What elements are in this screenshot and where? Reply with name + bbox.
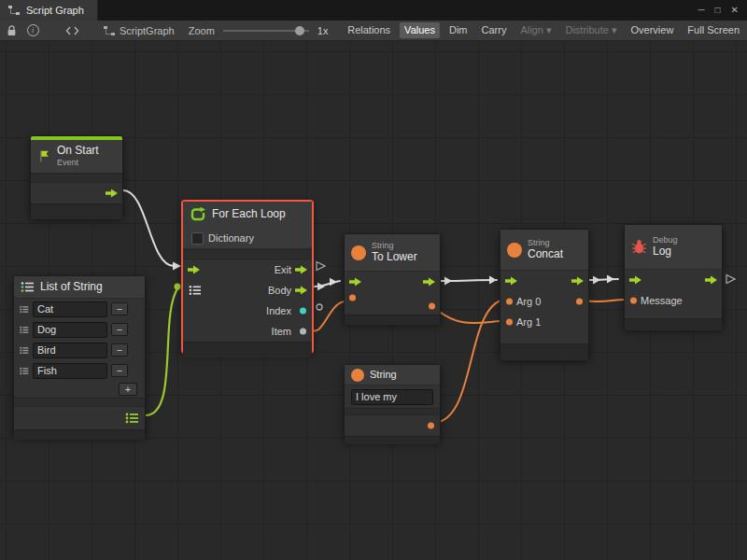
breadcrumb[interactable]: ScriptGraph: [103, 25, 175, 36]
wire-list-to-foreach[interactable]: [146, 287, 178, 415]
node-header: Debug Log: [625, 225, 722, 270]
zoom-slider-thumb[interactable]: [295, 26, 304, 35]
wire-arrowhead: [173, 262, 181, 271]
dictionary-checkbox[interactable]: [191, 232, 204, 245]
align-dropdown[interactable]: Align ▾: [515, 22, 556, 38]
chevron-down-icon: ▾: [546, 24, 552, 35]
index-port-marker[interactable]: [317, 304, 322, 310]
node-header: For Each Loop: [183, 202, 312, 228]
graph-canvas[interactable]: On Start Event List of String: [0, 41, 747, 560]
wire-tolower-to-arg1[interactable]: [437, 310, 500, 323]
zoom-label: Zoom: [189, 25, 215, 36]
distribute-label: Distribute: [565, 24, 608, 35]
port-row-index: Index: [183, 301, 312, 321]
dim-button[interactable]: Dim: [444, 22, 472, 38]
node-log[interactable]: Debug Log Message: [624, 224, 723, 329]
message-row: Message: [625, 290, 722, 311]
node-footer: [183, 342, 312, 357]
index-out-port[interactable]: [300, 308, 306, 315]
flow-in-port[interactable]: [349, 277, 361, 287]
value-in-port[interactable]: [349, 295, 356, 301]
log-exit-port-marker[interactable]: [726, 275, 735, 284]
wire-item-to-tolower[interactable]: [309, 301, 345, 331]
remove-item-button[interactable]: −: [111, 302, 128, 315]
remove-item-button[interactable]: −: [111, 343, 128, 357]
item-port-label: Item: [272, 326, 291, 337]
carry-button[interactable]: Carry: [477, 22, 512, 38]
relations-button[interactable]: Relations: [343, 22, 395, 38]
body-port-label: Body: [268, 285, 291, 296]
node-to-lower[interactable]: String To Lower: [344, 233, 441, 323]
collection-in-port[interactable]: [189, 285, 202, 296]
flow-row: [625, 270, 722, 290]
zoom-slider[interactable]: [223, 30, 309, 32]
script-graph-icon: [103, 25, 116, 36]
add-item-button[interactable]: +: [119, 383, 137, 396]
arg0-in-port[interactable]: [506, 299, 513, 305]
value-out-port[interactable]: [428, 423, 434, 429]
list-item-input[interactable]: [33, 301, 107, 317]
overview-button[interactable]: Overview: [627, 22, 679, 38]
chevron-down-icon: ▾: [612, 24, 617, 35]
full-screen-button[interactable]: Full Screen: [683, 22, 744, 38]
node-list-of-string[interactable]: List of String − −: [13, 275, 146, 436]
maximize-icon[interactable]: □: [715, 6, 721, 15]
node-body-pad: [625, 311, 722, 318]
exit-port-label: Exit: [275, 264, 291, 275]
node-header: List of String: [14, 276, 145, 299]
minimize-icon[interactable]: ─: [698, 6, 704, 15]
node-subtitle: Event: [57, 158, 99, 167]
node-for-each-loop[interactable]: For Each Loop Dictionary Exit Body Index: [182, 201, 313, 353]
lock-icon[interactable]: [3, 23, 20, 38]
wire-arrowhead: [593, 276, 600, 285]
list-item-input[interactable]: [33, 363, 107, 379]
exit-flow-out-port[interactable]: [295, 265, 307, 275]
flow-in-port[interactable]: [629, 275, 641, 286]
string-literal-input[interactable]: [351, 389, 433, 405]
value-out-port[interactable]: [576, 299, 583, 305]
remove-item-button[interactable]: −: [111, 364, 128, 377]
node-footer: [14, 429, 145, 440]
message-in-port[interactable]: [630, 298, 637, 304]
node-concat[interactable]: String Concat Arg 0 Arg 1: [500, 229, 589, 359]
node-header: On Start Event: [31, 140, 122, 174]
node-string-literal[interactable]: String: [344, 364, 441, 441]
value-out-port[interactable]: [429, 303, 435, 310]
list-item-input[interactable]: [33, 322, 107, 338]
values-button[interactable]: Values: [400, 22, 440, 38]
node-on-start[interactable]: On Start Event: [30, 135, 123, 217]
arg0-label: Arg 0: [516, 296, 541, 307]
body-flow-out-port[interactable]: [295, 286, 307, 296]
node-band: [345, 408, 440, 415]
arg1-in-port[interactable]: [506, 319, 513, 326]
wire-arrowhead: [444, 277, 452, 286]
remove-item-button[interactable]: −: [111, 323, 128, 336]
list-item-input[interactable]: [33, 343, 107, 358]
exit-port-marker[interactable]: [317, 262, 325, 271]
wire-concat-to-message[interactable]: [585, 300, 626, 301]
flag-icon: [37, 149, 51, 163]
wire-end-dot: [175, 284, 181, 290]
flow-out-port[interactable]: [423, 277, 435, 287]
close-icon[interactable]: ✕: [731, 6, 739, 15]
wire-onstart-to-foreach[interactable]: [123, 190, 174, 266]
distribute-dropdown[interactable]: Distribute ▾: [560, 22, 621, 38]
loop-icon: [190, 206, 206, 223]
flow-out-port[interactable]: [106, 189, 118, 199]
flow-in-port[interactable]: [188, 265, 200, 275]
graph-icon: [7, 5, 21, 16]
info-icon[interactable]: i: [24, 23, 41, 38]
tab-script-graph[interactable]: Script Graph: [0, 0, 98, 21]
string-type-icon: [351, 369, 364, 382]
node-title: On Start: [57, 145, 99, 158]
code-brackets-icon[interactable]: [63, 23, 80, 38]
list-out-port[interactable]: [125, 413, 139, 425]
flow-out-port[interactable]: [705, 275, 717, 286]
node-band: [31, 174, 122, 183]
node-header: String To Lower: [345, 234, 440, 272]
wire-literal-to-arg0[interactable]: [435, 301, 500, 423]
flow-in-port[interactable]: [505, 276, 517, 287]
node-title: For Each Loop: [212, 208, 286, 221]
flow-out-port[interactable]: [571, 276, 584, 287]
item-out-port[interactable]: [300, 329, 306, 335]
